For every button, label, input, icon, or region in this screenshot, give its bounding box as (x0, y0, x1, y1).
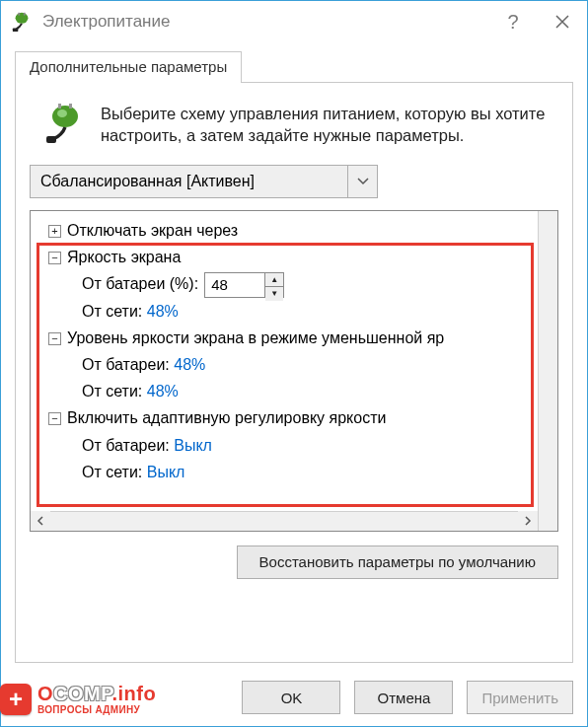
power-options-window: Электропитание ? Дополнительные параметр… (0, 0, 588, 727)
watermark-badge: + OCOMP.info ВОПРОСЫ АДМИНУ (0, 678, 156, 721)
settings-tree-container: +Отключать экран через−Яркость экранаОт … (30, 210, 558, 532)
tree-value-link[interactable]: 48% (147, 383, 179, 400)
tree-row-n1[interactable]: −Яркость экрана (38, 244, 550, 270)
scroll-right-icon[interactable] (518, 511, 538, 531)
restore-defaults-button[interactable]: Восстановить параметры по умолчанию (237, 545, 558, 579)
ok-button[interactable]: OK (242, 681, 340, 714)
tree-row-n0[interactable]: +Отключать экран через (38, 217, 550, 244)
tree-label: От батареи (%): (82, 275, 198, 292)
tree-label: От батареи: (82, 437, 170, 454)
horizontal-scrollbar[interactable] (31, 511, 538, 531)
apply-button[interactable]: Применить (467, 681, 573, 714)
client-area: Дополнительные параметры Выберите схему … (1, 42, 587, 673)
badge-subtitle: ВОПРОСЫ АДМИНУ (37, 705, 156, 715)
chevron-down-icon (347, 166, 377, 197)
tree-row-n2[interactable]: −Уровень яркости экрана в режиме уменьше… (38, 325, 550, 351)
intro: Выберите схему управления питанием, кото… (45, 103, 558, 147)
tree-value-link[interactable]: Выкл (147, 464, 185, 480)
tab-advanced[interactable]: Дополнительные параметры (15, 51, 242, 83)
collapse-icon[interactable]: − (48, 412, 61, 425)
collapse-icon[interactable]: − (48, 252, 61, 264)
svg-rect-8 (46, 136, 56, 143)
tree-row-n2a: От батареи: 48% (38, 351, 550, 378)
vertical-scrollbar[interactable] (538, 211, 557, 531)
power-icon (11, 11, 33, 33)
svg-rect-1 (18, 13, 20, 16)
scroll-left-icon[interactable] (31, 511, 50, 531)
svg-rect-7 (69, 104, 72, 109)
help-button[interactable]: ? (488, 1, 538, 42)
scheme-selected: Сбалансированная [Активен] (40, 173, 347, 190)
window-title: Электропитание (42, 12, 488, 32)
tree-value-link[interactable]: 48% (147, 303, 179, 320)
close-button[interactable] (538, 1, 587, 42)
svg-point-5 (57, 109, 67, 117)
tree-label: Уровень яркости экрана в режиме уменьшен… (67, 329, 444, 346)
tree-label: Яркость экрана (67, 249, 181, 265)
brightness-battery-input[interactable]: ▲▼ (204, 272, 284, 298)
tree-row-n3b: От сети: Выкл (38, 459, 550, 485)
badge-info: .info (111, 683, 156, 704)
tabpanel: Выберите схему управления питанием, кото… (15, 82, 573, 663)
tree-label: От сети: (82, 303, 142, 320)
restore-row: Восстановить параметры по умолчанию (28, 545, 558, 579)
svg-rect-6 (58, 104, 61, 109)
tree-row-n3a: От батареи: Выкл (38, 432, 550, 459)
tree-value-link[interactable]: 48% (174, 356, 205, 373)
tree-row-n1a: От батареи (%):▲▼ (38, 270, 550, 298)
titlebar: Электропитание ? (1, 1, 587, 42)
tree-label: Включить адаптивную регулировку яркости (67, 409, 386, 426)
svg-rect-3 (13, 28, 19, 32)
tree-row-n2b: От сети: 48% (38, 378, 550, 404)
tree-label: От сети: (82, 383, 142, 400)
spin-up-icon[interactable]: ▲ (265, 273, 283, 287)
tree-row-n1b: От сети: 48% (38, 298, 550, 325)
settings-tree: +Отключать экран через−Яркость экранаОт … (31, 211, 557, 491)
tree-row-n3[interactable]: −Включить адаптивную регулировку яркости (38, 404, 550, 431)
tree-label: Отключать экран через (67, 222, 238, 239)
footer: + OCOMP.info ВОПРОСЫ АДМИНУ OK Отмена Пр… (1, 673, 587, 726)
power-scheme-select[interactable]: Сбалансированная [Активен] (30, 165, 378, 198)
expand-icon[interactable]: + (48, 225, 61, 238)
brightness-value-field[interactable] (205, 273, 264, 297)
tree-label: От батареи: (82, 356, 170, 373)
intro-text: Выберите схему управления питанием, кото… (101, 103, 558, 147)
tabstrip: Дополнительные параметры (15, 50, 573, 82)
collapse-icon[interactable]: − (48, 332, 61, 345)
cancel-button[interactable]: Отмена (354, 681, 453, 714)
battery-plug-icon (45, 103, 87, 144)
tree-value-link[interactable]: Выкл (174, 437, 212, 454)
tree-label: От сети: (82, 464, 142, 480)
badge-comp: COMP (53, 683, 111, 704)
svg-rect-2 (24, 13, 26, 16)
svg-point-0 (16, 13, 29, 24)
spin-down-icon[interactable]: ▼ (265, 286, 283, 301)
badge-o: O (37, 683, 53, 704)
plus-icon: + (0, 684, 32, 715)
